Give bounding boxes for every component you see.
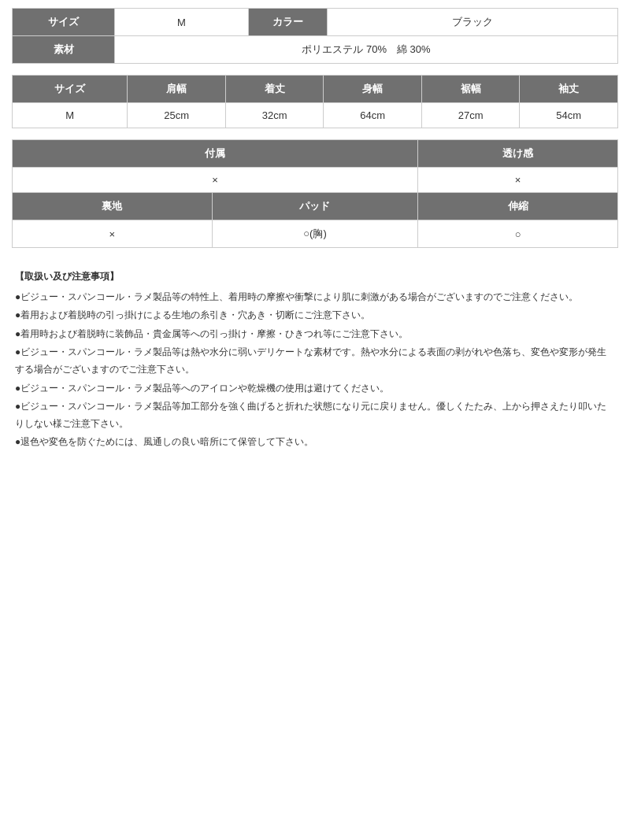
notes-item: ●着用時および着脱時に装飾品・貴金属等への引っ掛け・摩擦・ひきつれ等にご注意下さ… (15, 326, 615, 343)
pad-label: パッド (212, 193, 417, 220)
notes-section: 【取扱い及び注意事項】 ●ビジュー・スパンコール・ラメ製品等の特性上、着用時の摩… (12, 264, 618, 457)
size-col-header: 身幅 (324, 76, 422, 103)
shinshuku-value: ○ (418, 220, 618, 248)
notes-item: ●ビジュー・スパンコール・ラメ製品等は熱や水分に弱いデリケートな素材です。熱や水… (15, 344, 615, 378)
size-cell: M (13, 103, 128, 128)
fuzoku-value: × (13, 168, 418, 193)
material-value-cell: ポリエステル 70% 綿 30% (115, 36, 618, 64)
sukekann-label: 透け感 (418, 140, 618, 168)
size-col-header: 裾幅 (421, 76, 520, 103)
uraji-value: × (13, 220, 213, 248)
size-cell: 64cm (324, 103, 422, 128)
size-col-header: サイズ (13, 76, 128, 103)
detail-attributes-table: 付属 透け感 × × 裏地 パッド 伸縮 × ○(胸) ○ (12, 139, 618, 248)
color-label-cell: カラー (249, 9, 328, 36)
pad-value: ○(胸) (212, 220, 417, 248)
size-col-header: 肩幅 (128, 76, 226, 103)
sukekann-value: × (418, 168, 618, 193)
notes-item: ●ビジュー・スパンコール・ラメ製品等へのアイロンや乾燥機の使用は避けてください。 (15, 380, 615, 398)
notes-item: ●ビジュー・スパンコール・ラメ製品等の特性上、着用時の摩擦や衝撃により肌に刺激が… (15, 289, 615, 306)
color-value-cell: ブラック (328, 9, 618, 36)
size-value-cell: M (115, 9, 249, 36)
size-label-cell: サイズ (13, 9, 115, 36)
size-color-material-table: サイズ M カラー ブラック 素材 ポリエステル 70% 綿 30% (12, 8, 618, 64)
size-col-header: 袖丈 (520, 76, 618, 103)
notes-title: 【取扱い及び注意事項】 (15, 268, 615, 286)
size-cell: 54cm (520, 103, 618, 128)
notes-item: ●退色や変色を防ぐためには、風通しの良い暗所にて保管して下さい。 (15, 434, 615, 451)
fuzoku-label: 付属 (13, 140, 418, 168)
size-col-header: 着丈 (225, 76, 324, 103)
notes-item: ●着用および着脱時の引っ掛けによる生地の糸引き・穴あき・切断にご注意下さい。 (15, 307, 615, 324)
shinshuku-label: 伸縮 (418, 193, 618, 220)
uraji-label: 裏地 (13, 193, 213, 220)
size-cell: 27cm (421, 103, 520, 128)
size-cell: 25cm (128, 103, 226, 128)
notes-item: ●ビジュー・スパンコール・ラメ製品等加工部分を強く曲げると折れた状態になり元に戻… (15, 398, 615, 432)
size-dimensions-table: サイズ肩幅着丈身幅裾幅袖丈 M25cm32cm64cm27cm54cm (12, 75, 618, 128)
size-cell: 32cm (225, 103, 324, 128)
material-label-cell: 素材 (13, 36, 115, 64)
